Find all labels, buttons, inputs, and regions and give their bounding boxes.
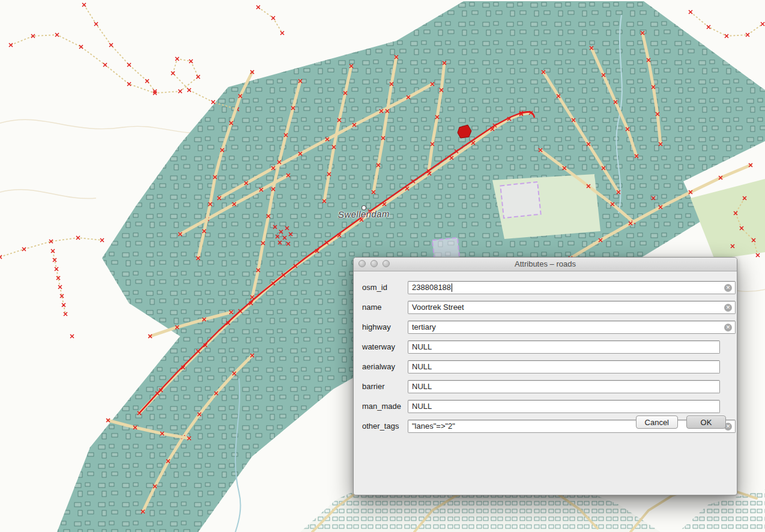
field-label-man-made: man_made — [362, 402, 408, 411]
field-row-waterway: waterway NULL — [354, 337, 737, 357]
name-input[interactable]: Voortrek Street — [408, 301, 736, 314]
highway-value: tertiary — [412, 322, 436, 331]
barrier-input[interactable]: NULL — [408, 380, 720, 393]
aerialway-input[interactable]: NULL — [408, 360, 720, 373]
dialog-title: Attributes – roads — [354, 258, 737, 271]
field-row-man-made: man_made NULL — [354, 396, 737, 416]
field-row-highway: highway tertiary — [354, 317, 737, 337]
town-label: Swellendam — [338, 208, 390, 219]
waterway-input[interactable]: NULL — [408, 340, 720, 354]
field-label-name: name — [362, 303, 408, 312]
field-row-name: name Voortrek Street — [354, 297, 737, 317]
dialog-body: osm_id 238808188 name Voortrek Street hi… — [354, 271, 737, 436]
attributes-dialog: Attributes – roads osm_id 238808188 name… — [353, 257, 737, 495]
cancel-button[interactable]: Cancel — [636, 416, 678, 429]
field-label-osm-id: osm_id — [362, 283, 408, 292]
field-label-barrier: barrier — [362, 382, 408, 391]
field-row-osm-id: osm_id 238808188 — [354, 277, 737, 297]
text-caret — [452, 283, 452, 292]
osm-id-value: 238808188 — [412, 283, 451, 292]
man-made-input[interactable]: NULL — [408, 400, 720, 413]
dialog-titlebar[interactable]: Attributes – roads — [354, 258, 737, 271]
field-row-barrier: barrier NULL — [354, 376, 737, 396]
aerialway-value: NULL — [412, 362, 432, 371]
field-label-highway: highway — [362, 322, 408, 331]
osm-id-input[interactable]: 238808188 — [408, 281, 736, 294]
highway-input[interactable]: tertiary — [408, 321, 736, 334]
man-made-value: NULL — [412, 402, 432, 411]
other-tags-value: "lanes"=>"2" — [412, 422, 455, 431]
ok-button[interactable]: OK — [686, 416, 726, 429]
waterway-value: NULL — [412, 342, 432, 351]
name-value: Voortrek Street — [412, 303, 464, 312]
field-label-waterway: waterway — [362, 342, 408, 351]
clear-icon[interactable] — [724, 284, 732, 292]
field-label-aerialway: aerialway — [362, 362, 408, 371]
field-row-aerialway: aerialway NULL — [354, 357, 737, 376]
barrier-value: NULL — [412, 382, 432, 391]
qgis-map-window: Swellendam Attributes – roads osm_id 238… — [0, 0, 765, 532]
clear-icon[interactable] — [724, 324, 732, 331]
clear-icon[interactable] — [724, 304, 732, 312]
field-label-other-tags: other_tags — [362, 422, 408, 431]
dialog-buttons: Cancel OK — [636, 416, 726, 429]
